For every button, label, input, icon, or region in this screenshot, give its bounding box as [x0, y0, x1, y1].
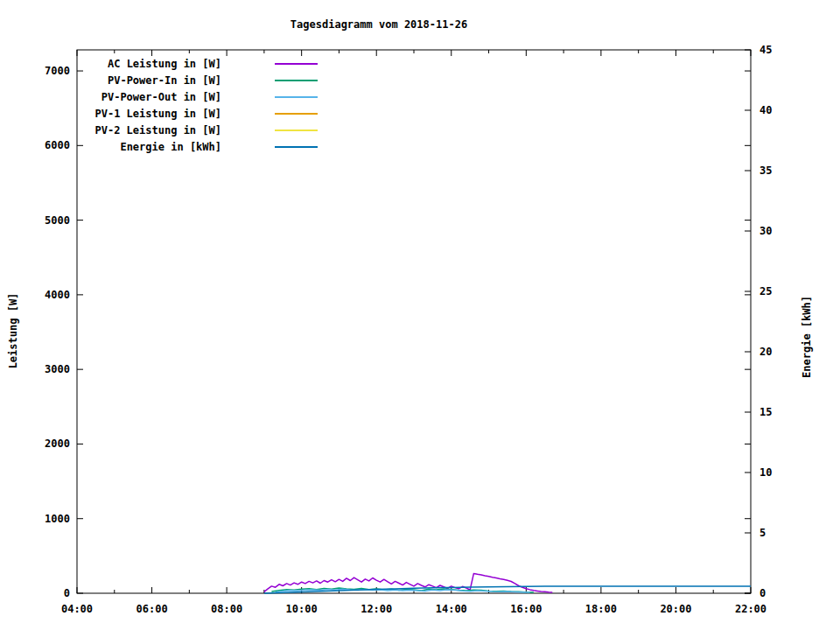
- y-axis-label-right: Energie [kWh]: [801, 296, 813, 378]
- x-tick-label: 12:00: [350, 603, 402, 615]
- y-left-tick-label: 4000: [24, 289, 70, 301]
- y-left-tick-label: 1000: [24, 513, 70, 525]
- chart-canvas: Tagesdiagramm vom 2018-11-26 Leistung [W…: [0, 0, 840, 630]
- y-left-tick-label: 2000: [24, 438, 70, 450]
- x-tick-label: 20:00: [649, 603, 702, 615]
- y-right-tick-label: 10: [760, 466, 805, 479]
- legend-item-label: AC Leistung in [W]: [0, 58, 221, 70]
- x-tick-label: 08:00: [200, 603, 253, 615]
- x-tick-label: 16:00: [500, 603, 552, 615]
- y-right-tick-label: 40: [760, 104, 805, 116]
- x-tick-label: 18:00: [575, 603, 627, 615]
- y-left-tick-label: 3000: [24, 363, 70, 375]
- x-tick-label: 14:00: [425, 603, 478, 615]
- y-axis-label-left: Leistung [W]: [7, 293, 19, 369]
- x-tick-label: 04:00: [51, 603, 103, 615]
- x-tick-label: 22:00: [724, 603, 777, 615]
- legend-item-label: PV-Power-Out in [W]: [0, 91, 221, 103]
- y-right-tick-label: 20: [760, 346, 805, 358]
- y-right-tick-label: 15: [760, 406, 805, 418]
- legend-item-label: PV-2 Leistung in [W]: [0, 124, 221, 136]
- y-right-tick-label: 5: [760, 527, 805, 539]
- x-tick-label: 06:00: [126, 603, 178, 615]
- legend-item-label: PV-Power-In in [W]: [0, 74, 221, 87]
- y-right-tick-label: 45: [760, 44, 805, 56]
- y-right-tick-label: 30: [760, 225, 805, 237]
- legend-item-label: Energie in [kWh]: [0, 141, 221, 153]
- y-left-tick-label: 5000: [24, 214, 70, 227]
- y-right-tick-label: 25: [760, 285, 805, 298]
- y-left-tick-label: 0: [24, 587, 70, 599]
- legend-item-label: PV-1 Leistung in [W]: [0, 108, 221, 120]
- y-right-tick-label: 35: [760, 164, 805, 177]
- chart-title: Tagesdiagramm vom 2018-11-26: [0, 18, 758, 31]
- x-tick-label: 10:00: [276, 603, 328, 615]
- y-right-tick-label: 0: [760, 587, 805, 599]
